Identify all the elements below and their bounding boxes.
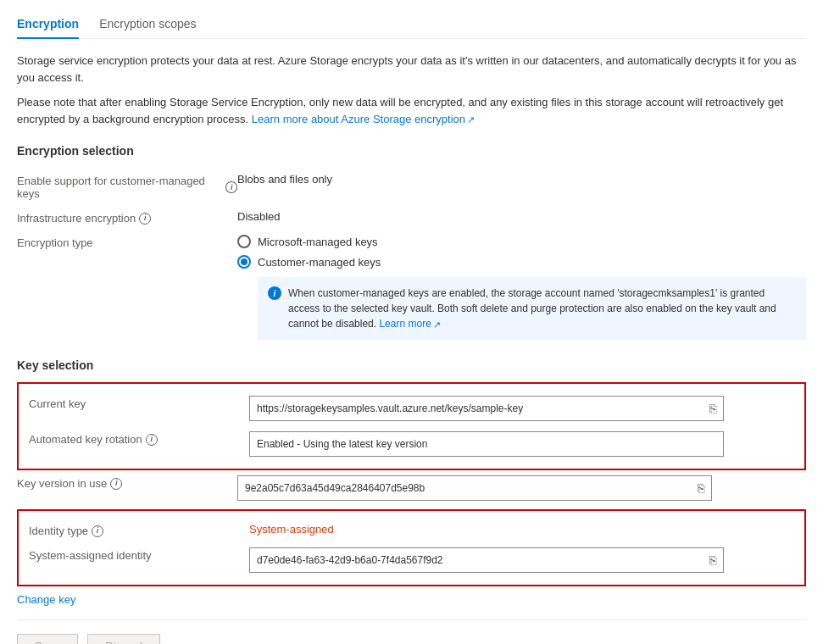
key-selection-header: Key selection [17,358,806,372]
radio-customer-managed[interactable]: Customer-managed keys [237,255,806,269]
identity-type-info-icon[interactable]: i [92,525,103,537]
radio-customer-circle [237,255,251,269]
tabs-bar: Encryption Encryption scopes [17,10,806,39]
radio-microsoft-managed[interactable]: Microsoft-managed keys [237,235,806,248]
tab-encryption[interactable]: Encryption [17,10,79,39]
infrastructure-encryption-info-icon[interactable]: i [139,213,151,225]
info-box-text: When customer-managed keys are enabled, … [288,286,796,331]
identity-bordered-box: Identity type i System-assigned System-a… [17,509,806,586]
key-version-label: Key version in use i [17,475,237,490]
automated-key-rotation-field: Enabled - Using the latest key version [249,431,724,457]
info-box-external-link-icon: ↗ [433,319,441,330]
radio-microsoft-circle [237,235,251,248]
automated-key-rotation-text: Enabled - Using the latest key version [257,438,716,450]
automated-key-rotation-info-icon[interactable]: i [146,434,158,446]
system-assigned-identity-value: d7e0de46-fa63-42d9-b6a0-7f4da567f9d2 ⎘ [249,547,794,573]
infrastructure-encryption-label: Infrastructure encryption i [17,210,237,225]
current-key-text: https://storagekeysamples.vault.azure.ne… [257,402,706,414]
infrastructure-encryption-row: Infrastructure encryption i Disabled [17,205,806,230]
current-key-label: Current key [29,396,249,410]
customer-key-info-box: i When customer-managed keys are enabled… [258,277,806,340]
info-box-learn-more-link[interactable]: Learn more↗ [379,318,440,330]
current-key-value: https://storagekeysamples.vault.azure.ne… [249,396,794,421]
current-key-field: https://storagekeysamples.vault.azure.ne… [249,396,724,421]
tab-encryption-scopes[interactable]: Encryption scopes [99,10,196,39]
system-assigned-identity-field: d7e0de46-fa63-42d9-b6a0-7f4da567f9d2 ⎘ [249,547,724,573]
key-selection-bordered-box: Current key https://storagekeysamples.va… [17,382,806,470]
identity-type-value: System-assigned [249,523,794,536]
radio-microsoft-label: Microsoft-managed keys [258,236,378,248]
key-version-value: 9e2a05c7d63a45d49ca2846407d5e98b ⎘ [237,475,806,501]
key-version-row: Key version in use i 9e2a05c7d63a45d49ca… [17,470,806,506]
current-key-row: Current key https://storagekeysamples.va… [29,391,794,426]
system-assigned-identity-row: System-assigned identity d7e0de46-fa63-4… [29,542,794,578]
change-key-link[interactable]: Change key [17,593,75,606]
main-container: Encryption Encryption scopes Storage ser… [0,0,823,644]
key-version-field: 9e2a05c7d63a45d49ca2846407d5e98b ⎘ [237,475,712,501]
description-line2: Please note that after enabling Storage … [17,94,806,127]
identity-type-text: System-assigned [249,523,334,536]
current-key-copy-icon[interactable]: ⎘ [709,402,716,415]
encryption-type-row: Encryption type Microsoft-managed keys C… [17,230,806,345]
key-version-text: 9e2a05c7d63a45d49ca2846407d5e98b [245,482,694,494]
system-assigned-identity-copy-icon[interactable]: ⎘ [709,553,716,567]
system-assigned-identity-label: System-assigned identity [29,547,249,562]
enable-customer-keys-info-icon[interactable]: i [225,181,237,193]
discard-button[interactable]: Discard [87,634,160,644]
enable-customer-keys-label: Enable support for customer-managed keys… [17,173,237,200]
key-version-info-icon[interactable]: i [110,478,122,490]
encryption-type-label: Encryption type [17,235,237,249]
description-line1: Storage service encryption protects your… [17,53,806,86]
enable-customer-keys-row: Enable support for customer-managed keys… [17,168,806,205]
save-button[interactable]: Save [17,634,78,644]
automated-key-rotation-label: Automated key rotation i [29,431,249,446]
infrastructure-encryption-value: Disabled [237,210,806,223]
external-link-icon: ↗ [467,114,475,125]
encryption-selection-header: Encryption selection [17,144,806,158]
automated-key-rotation-value: Enabled - Using the latest key version [249,431,794,457]
identity-type-row: Identity type i System-assigned [29,518,794,542]
learn-more-link[interactable]: Learn more about Azure Storage encryptio… [252,113,475,125]
key-version-copy-icon[interactable]: ⎘ [698,481,704,495]
encryption-type-radio-group: Microsoft-managed keys Customer-managed … [237,235,806,269]
system-assigned-identity-text: d7e0de46-fa63-42d9-b6a0-7f4da567f9d2 [257,554,706,566]
info-box-icon: i [268,286,281,300]
radio-customer-label: Customer-managed keys [258,256,381,269]
footer-buttons: Save Discard [17,634,806,644]
automated-key-rotation-row: Automated key rotation i Enabled - Using… [29,426,794,462]
encryption-type-value: Microsoft-managed keys Customer-managed … [237,235,806,340]
identity-type-label: Identity type i [29,523,249,537]
enable-customer-keys-value: Blobs and files only [237,173,806,186]
footer-divider [17,619,806,620]
